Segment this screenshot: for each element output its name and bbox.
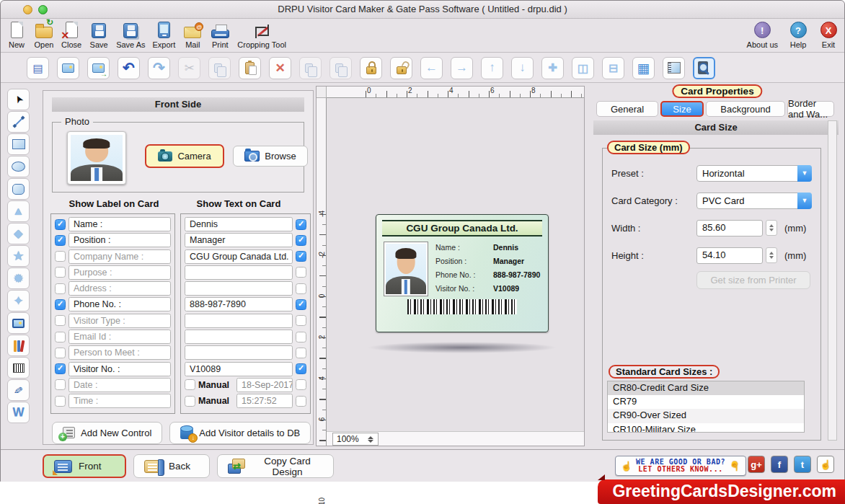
value-checkbox[interactable] bbox=[296, 332, 306, 342]
visitor-photo[interactable] bbox=[67, 131, 126, 185]
value-checkbox[interactable] bbox=[296, 283, 306, 294]
lock-button[interactable] bbox=[360, 57, 382, 79]
field-label[interactable]: Time : bbox=[68, 394, 171, 408]
value-input[interactable]: Dennis bbox=[185, 217, 293, 231]
label-checkbox[interactable] bbox=[55, 267, 66, 278]
zoom-stepper-icon[interactable] bbox=[368, 436, 373, 443]
value-input[interactable]: Manager bbox=[185, 233, 293, 247]
field-label[interactable]: Email Id : bbox=[68, 330, 171, 344]
value-checkbox[interactable] bbox=[296, 299, 306, 310]
value-checkbox[interactable] bbox=[296, 396, 306, 407]
field-label[interactable]: Date : bbox=[68, 378, 171, 392]
new-button[interactable]: New bbox=[6, 20, 27, 49]
move-down-button[interactable]: ↓ bbox=[511, 57, 534, 79]
value-input[interactable]: 888-987-7890 bbox=[185, 297, 293, 311]
chevron-down-icon[interactable]: ▼ bbox=[797, 165, 812, 182]
line-tool-button[interactable] bbox=[7, 111, 30, 133]
facebook-icon[interactable]: f bbox=[771, 456, 788, 473]
align-vertical-button[interactable]: ⊟ bbox=[602, 57, 624, 79]
google-plus-icon[interactable]: g+ bbox=[748, 456, 765, 473]
rounded-rectangle-tool-button[interactable] bbox=[7, 178, 30, 200]
label-checkbox[interactable] bbox=[55, 251, 66, 262]
field-label[interactable]: Visitor No. : bbox=[68, 362, 171, 376]
field-label[interactable]: Phone No. : bbox=[68, 297, 171, 311]
signature-tool-button[interactable]: ✎ bbox=[7, 379, 30, 401]
feedback-banner[interactable]: ☝ WE ARE GOOD OR BAD? LET OTHERS KNOW...… bbox=[615, 456, 746, 476]
back-button[interactable]: Back bbox=[133, 454, 210, 478]
move-left-button[interactable]: ← bbox=[420, 57, 443, 79]
label-checkbox[interactable] bbox=[55, 219, 66, 230]
card-preview[interactable]: CGU Group Canada Ltd. Name :DennisPositi… bbox=[376, 214, 549, 332]
tab-general[interactable]: General bbox=[596, 101, 658, 117]
star-tool-button[interactable]: ★ bbox=[7, 245, 30, 267]
paste-button[interactable] bbox=[239, 57, 261, 79]
add-visitor-details-db-button[interactable]: Add Visitor details to DB bbox=[169, 422, 311, 444]
starburst-tool-button[interactable]: ✹ bbox=[7, 268, 30, 289]
grid-button[interactable]: ▦ bbox=[632, 57, 655, 79]
value-input[interactable]: CGU Group Canada Ltd. bbox=[185, 249, 293, 264]
undo-button[interactable]: ↶ bbox=[118, 57, 140, 79]
barcode-tool-button[interactable] bbox=[7, 357, 30, 379]
label-checkbox[interactable] bbox=[55, 332, 66, 342]
manual-toggle[interactable]: Manual bbox=[185, 379, 234, 390]
rectangle-tool-button[interactable] bbox=[7, 133, 30, 155]
browse-button[interactable]: Browse bbox=[233, 146, 308, 167]
four-point-star-tool-button[interactable]: ✦ bbox=[7, 290, 30, 311]
field-label[interactable]: Purpose : bbox=[68, 265, 171, 280]
move-up-button[interactable]: ↑ bbox=[481, 57, 503, 79]
triangle-tool-button[interactable]: ▲ bbox=[7, 200, 30, 222]
label-checkbox[interactable] bbox=[55, 363, 66, 374]
value-checkbox[interactable] bbox=[296, 348, 306, 358]
image-tool-button[interactable] bbox=[7, 312, 30, 334]
properties-scrollbar[interactable] bbox=[828, 120, 837, 441]
front-button[interactable]: Front bbox=[43, 454, 126, 478]
tab-size[interactable]: Size bbox=[660, 101, 704, 117]
save-button[interactable]: Save bbox=[89, 20, 109, 49]
value-checkbox[interactable] bbox=[296, 315, 306, 326]
value-input[interactable]: V10089 bbox=[185, 362, 293, 376]
save-as-button[interactable]: Save As bbox=[116, 20, 145, 49]
zoom-control[interactable]: 100% bbox=[332, 433, 379, 446]
export-button[interactable]: Export bbox=[152, 20, 175, 49]
label-checkbox[interactable] bbox=[55, 235, 66, 246]
unlock-button[interactable] bbox=[390, 57, 412, 79]
cropping-tool-button[interactable]: Cropping Tool bbox=[237, 20, 286, 49]
value-checkbox[interactable] bbox=[296, 379, 306, 390]
about-us-button[interactable]: !About us bbox=[747, 20, 778, 49]
redo-button[interactable]: ↷ bbox=[148, 57, 170, 79]
size-list-item[interactable]: CR79 bbox=[608, 395, 804, 409]
value-checkbox[interactable] bbox=[296, 235, 306, 246]
clipart-tool-button[interactable] bbox=[7, 335, 30, 356]
value-checkbox[interactable] bbox=[296, 363, 306, 374]
width-stepper[interactable] bbox=[766, 220, 777, 236]
add-text-button[interactable]: ▤ bbox=[27, 57, 49, 79]
height-input[interactable]: 54.10 bbox=[696, 247, 763, 264]
exit-button[interactable]: XExit bbox=[818, 20, 839, 49]
delete-button[interactable]: ✕ bbox=[269, 57, 291, 79]
copy-card-design-button[interactable]: ⇄ Copy Card Design bbox=[217, 454, 334, 478]
camera-button[interactable]: Camera bbox=[145, 144, 224, 168]
mail-button[interactable]: @Mail bbox=[182, 20, 203, 49]
value-input[interactable]: 15:27:52 bbox=[236, 394, 293, 408]
value-input[interactable] bbox=[185, 314, 293, 328]
label-checkbox[interactable] bbox=[55, 299, 66, 310]
select-tool-button[interactable]: ➤ bbox=[7, 89, 30, 110]
value-checkbox[interactable] bbox=[296, 251, 306, 262]
value-input[interactable] bbox=[185, 345, 293, 360]
value-input[interactable]: 18-Sep-2017 bbox=[236, 378, 293, 392]
help-button[interactable]: ?Help bbox=[788, 20, 808, 49]
manual-checkbox[interactable] bbox=[185, 396, 195, 407]
move-right-button[interactable]: → bbox=[451, 57, 473, 79]
label-checkbox[interactable] bbox=[55, 379, 66, 390]
like-icon[interactable]: ☝ bbox=[817, 456, 834, 473]
size-list-item[interactable]: CR90-Over Sized bbox=[608, 409, 804, 423]
chevron-down-icon[interactable]: ▼ bbox=[797, 193, 812, 209]
height-stepper[interactable] bbox=[766, 247, 777, 263]
add-image-button[interactable] bbox=[57, 57, 79, 79]
width-input[interactable]: 85.60 bbox=[696, 220, 763, 236]
diamond-tool-button[interactable]: ◆ bbox=[7, 223, 30, 244]
tab-background[interactable]: Background bbox=[706, 101, 785, 117]
print-button[interactable]: Print bbox=[210, 20, 230, 49]
field-label[interactable]: Name : bbox=[68, 217, 171, 231]
value-input[interactable] bbox=[185, 265, 293, 280]
